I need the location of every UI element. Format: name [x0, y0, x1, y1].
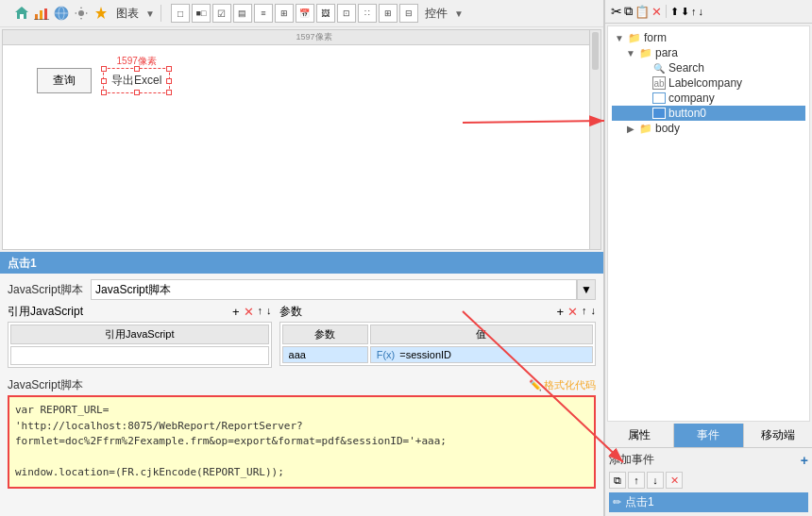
para-toggle[interactable]: ▼ [625, 48, 636, 58]
copy-icon[interactable]: ⧉ [624, 4, 633, 19]
ev-up-btn[interactable]: ↑ [628, 472, 645, 489]
tab-mobile[interactable]: 移动端 [744, 424, 812, 447]
chart-icon[interactable] [33, 5, 50, 22]
tree-item-para[interactable]: ▼ 📁 para [612, 45, 805, 60]
ctrl-check[interactable]: ☑ [212, 4, 231, 23]
params-del-btn[interactable]: ✕ [567, 305, 578, 319]
ref-up-btn[interactable]: ↑ [258, 305, 263, 319]
export-button[interactable]: 导出Excel [111, 74, 161, 87]
charts-label: 图表 [112, 6, 143, 22]
value-col-header: 值 [370, 325, 593, 344]
ctrl-combo[interactable]: ▤ [233, 4, 252, 23]
event-item-click1[interactable]: ✏ 点击1 [609, 492, 808, 512]
main-toolbar: 图表 ▼ □ ■□ ☑ ▤ ≡ ⊞ 📅 🖼 ⊡ ∷ ⊞ ⊟ [0, 0, 603, 27]
ctrl-input[interactable]: ■□ [192, 4, 211, 23]
params-col-header: 参数 [282, 325, 368, 344]
ev-copy-btn[interactable]: ⧉ [609, 472, 626, 489]
js-type-dropdown[interactable]: ▼ [577, 279, 596, 300]
resize-tm[interactable] [134, 66, 140, 72]
ref-js-toolbar: + ✕ ↑ ↓ [232, 305, 272, 319]
tree-body-label: body [655, 122, 680, 135]
js-type-row: JavaScript脚本 JavaScript脚本 ▼ [8, 279, 596, 300]
ctrl-grid[interactable]: ⊞ [275, 4, 294, 23]
form-toggle[interactable]: ▼ [614, 33, 625, 43]
resize-tl[interactable] [101, 66, 107, 72]
event-pencil-icon: ✏ [613, 496, 621, 508]
params-up-btn[interactable]: ↑ [582, 305, 587, 319]
params-value: =sessionID [399, 349, 451, 360]
params-param-cell[interactable]: aaa [282, 346, 368, 363]
align-up-icon[interactable]: ↑ [691, 6, 697, 17]
event-item-label: 点击1 [625, 494, 654, 510]
resize-br[interactable] [166, 90, 172, 95]
params-add-btn[interactable]: + [556, 305, 564, 319]
ctrl-list[interactable]: ≡ [254, 4, 273, 23]
right-top-toolbar: ✂ ⧉ 📋 ✕ ⬆ ⬇ ↑ ↓ [605, 0, 812, 24]
query-button[interactable]: 查询 [37, 68, 92, 93]
events-toolbar2: ⧉ ↑ ↓ ✕ [609, 472, 808, 489]
ctrl-btn[interactable]: ⊡ [337, 4, 356, 23]
params-down-btn[interactable]: ↓ [591, 305, 597, 319]
tree-para-label: para [655, 46, 678, 59]
paste-icon[interactable]: 📋 [634, 5, 650, 19]
ref-del-btn[interactable]: ✕ [244, 305, 254, 319]
add-event-btn[interactable]: + [801, 453, 808, 468]
align-down-icon[interactable]: ↓ [699, 6, 704, 17]
sparkle-icon[interactable] [93, 5, 110, 22]
ev-del-btn[interactable]: ✕ [666, 472, 683, 489]
tree-item-form[interactable]: ▼ 📁 form [612, 30, 805, 45]
settings-icon[interactable] [73, 5, 90, 22]
resize-ml[interactable] [101, 78, 107, 84]
ctrl-more1[interactable]: ∷ [358, 4, 377, 23]
tree-item-company[interactable]: company [612, 91, 805, 106]
svg-rect-4 [44, 8, 47, 20]
ev-down-btn[interactable]: ↓ [647, 472, 664, 489]
resize-mr[interactable] [166, 78, 172, 84]
js-func-label: JavaScript脚本 [8, 377, 83, 393]
ref-down-btn[interactable]: ↓ [266, 305, 272, 319]
toolbar-group-charts: 图表 ▼ [8, 5, 161, 22]
ref-add-btn[interactable]: + [232, 305, 240, 319]
export-btn-container: 1597像素 导出Exce [103, 68, 170, 93]
ctrl-more3[interactable]: ⊟ [399, 4, 418, 23]
button0-tree-icon [652, 108, 666, 119]
body-folder-icon: 📁 [639, 122, 652, 135]
home-icon[interactable] [13, 5, 30, 22]
js-type-select[interactable]: JavaScript脚本 [91, 279, 577, 300]
export-button-wrapper[interactable]: 导出Excel [103, 68, 170, 93]
delete-icon[interactable]: ✕ [651, 5, 662, 19]
js-code-area[interactable]: var REPORT_URL= 'http://localhost:8075/W… [8, 395, 596, 489]
resize-bm[interactable] [134, 90, 140, 95]
align-top-icon[interactable]: ⬆ [670, 6, 679, 18]
scissors-icon[interactable]: ✂ [611, 4, 622, 19]
vertical-scrollbar[interactable] [589, 30, 601, 249]
ctrl-more2[interactable]: ⊞ [379, 4, 398, 23]
resize-bl[interactable] [101, 90, 107, 95]
params-table: 参数 值 aaa F(x) =sessionI [279, 322, 596, 366]
params-row: aaa F(x) =sessionID [282, 346, 593, 363]
design-content: 查询 1597像素 [3, 45, 589, 124]
resize-tr[interactable] [166, 66, 172, 72]
tab-events[interactable]: 事件 [674, 424, 743, 447]
tree-item-search[interactable]: 🔍 Search [612, 60, 805, 75]
align-bottom-icon[interactable]: ⬇ [681, 6, 689, 18]
ref-col-header: 引用JavaScript [10, 325, 269, 344]
charts-dropdown-arrow[interactable]: ▼ [145, 8, 155, 19]
globe-icon[interactable] [53, 5, 70, 22]
format-code-btn[interactable]: ✏️ 格式化代码 [529, 378, 596, 392]
params-label: 参数 [279, 304, 302, 320]
events-header: 添加事件 + [609, 452, 808, 468]
fx-btn[interactable]: F(x) [377, 349, 396, 360]
body-toggle[interactable]: ▶ [625, 124, 636, 134]
tab-properties[interactable]: 属性 [605, 424, 674, 447]
tree-item-body[interactable]: ▶ 📁 body [612, 121, 805, 136]
ctrl-date[interactable]: 📅 [296, 4, 314, 23]
ctrl-img[interactable]: 🖼 [316, 4, 335, 23]
tree-item-labelcompany[interactable]: ab Labelcompany [612, 75, 805, 91]
tree-labelcompany-label: Labelcompany [668, 76, 742, 90]
controls-dropdown-arrow[interactable]: ▼ [454, 8, 464, 19]
events-section: 添加事件 + ⧉ ↑ ↓ ✕ ✏ 点击1 [605, 448, 812, 516]
ctrl-rect[interactable]: □ [171, 4, 190, 23]
tree-item-button0[interactable]: button0 [612, 106, 805, 121]
right-panel: ✂ ⧉ 📋 ✕ ⬆ ⬇ ↑ ↓ ▼ 📁 form ▼ 📁 para [604, 0, 812, 516]
